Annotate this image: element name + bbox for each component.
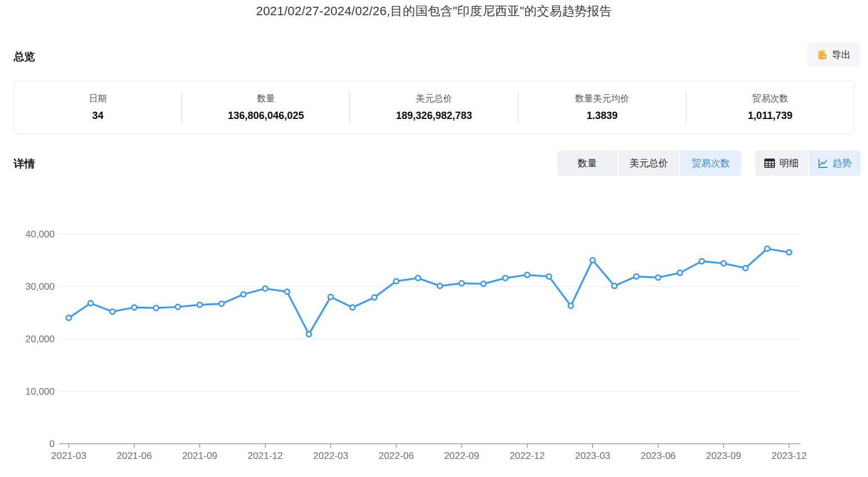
tab-trend-view[interactable]: 趋势 [809, 151, 861, 176]
x-tick-label: 2023-12 [772, 450, 807, 461]
page-title: 2021/02/27-2024/02/26,目的国包含"印度尼西亚"的交易趋势报… [0, 3, 868, 20]
data-point-marker[interactable] [197, 302, 202, 307]
trend-chart: 010,00020,00030,00040,0002021-032021-062… [0, 0, 868, 477]
stat-avg-price: 数量美元均价 1.3839 [519, 81, 686, 134]
x-tick-label: 2023-06 [640, 450, 675, 461]
data-point-marker[interactable] [590, 258, 595, 263]
data-point-marker[interactable] [437, 284, 442, 289]
trend-chart-svg: 010,00020,00030,00040,0002021-032021-062… [0, 0, 868, 477]
data-point-marker[interactable] [677, 270, 683, 275]
stat-usd-total: 美元总价 189,326,982,783 [350, 81, 517, 134]
data-point-marker[interactable] [459, 281, 464, 286]
stat-value: 136,806,046,025 [228, 110, 304, 122]
data-point-marker[interactable] [656, 275, 661, 280]
data-point-marker[interactable] [503, 276, 508, 281]
data-point-marker[interactable] [721, 261, 726, 266]
data-point-marker[interactable] [263, 286, 268, 291]
export-button[interactable]: 导出 [807, 42, 860, 67]
x-tick-label: 2021-12 [247, 450, 282, 461]
stat-label: 日期 [89, 93, 107, 105]
stat-value: 1,011,739 [748, 110, 792, 122]
stat-date: 日期 34 [14, 81, 181, 134]
stat-trade-count: 贸易次数 1,011,739 [687, 81, 854, 134]
tab-detail-view[interactable]: 明细 [755, 151, 808, 176]
table-icon [764, 158, 775, 168]
data-point-marker[interactable] [394, 279, 399, 284]
data-point-marker[interactable] [88, 301, 93, 306]
x-tick-label: 2022-12 [510, 450, 544, 461]
data-point-marker[interactable] [743, 266, 748, 271]
y-tick-label: 10,000 [25, 386, 55, 397]
data-point-marker[interactable] [699, 259, 705, 264]
data-point-marker[interactable] [285, 289, 290, 294]
data-point-marker[interactable] [787, 250, 792, 255]
x-tick-label: 2023-09 [706, 450, 741, 461]
data-point-marker[interactable] [765, 246, 770, 251]
data-point-marker[interactable] [307, 332, 312, 337]
data-point-marker[interactable] [568, 303, 573, 308]
x-tick-label: 2022-06 [379, 450, 414, 461]
data-point-marker[interactable] [525, 272, 530, 277]
report-page: 2021/02/27-2024/02/26,目的国包含"印度尼西亚"的交易趋势报… [0, 0, 868, 477]
data-point-marker[interactable] [481, 281, 486, 286]
data-point-marker[interactable] [67, 315, 72, 320]
export-button-label: 导出 [832, 48, 851, 61]
data-point-marker[interactable] [350, 305, 355, 310]
metric-tab-group: 数量 美元总价 贸易次数 [557, 151, 741, 176]
overview-heading: 总览 [14, 50, 35, 64]
data-point-marker[interactable] [634, 274, 639, 279]
line-chart-icon [818, 158, 828, 169]
y-tick-label: 40,000 [25, 229, 55, 240]
overview-stats-card: 日期 34 数量 136,806,046,025 美元总价 189,326,98… [14, 81, 854, 134]
stat-value: 1.3839 [587, 110, 618, 122]
y-tick-label: 30,000 [25, 281, 55, 292]
tab-trend-label: 趋势 [832, 157, 852, 170]
stat-label: 贸易次数 [752, 93, 788, 105]
tab-detail-label: 明细 [780, 157, 799, 170]
data-point-marker[interactable] [241, 292, 246, 297]
y-tick-label: 20,000 [25, 334, 55, 344]
stat-quantity: 数量 136,806,046,025 [182, 81, 349, 134]
x-tick-label: 2023-03 [575, 450, 610, 461]
x-tick-label: 2021-03 [51, 450, 86, 461]
stat-label: 数量美元均价 [575, 93, 629, 105]
x-tick-label: 2021-06 [117, 450, 152, 461]
tab-usd-total[interactable]: 美元总价 [618, 151, 679, 176]
stat-label: 数量 [257, 93, 275, 105]
y-tick-label: 0 [50, 439, 55, 449]
data-point-marker[interactable] [110, 309, 115, 314]
data-point-marker[interactable] [154, 306, 159, 311]
x-tick-label: 2022-09 [444, 450, 479, 461]
stat-value: 189,326,982,783 [396, 110, 472, 122]
stat-label: 美元总价 [416, 93, 452, 105]
data-point-marker[interactable] [372, 295, 377, 300]
data-point-marker[interactable] [219, 301, 224, 306]
data-point-marker[interactable] [132, 305, 137, 310]
tab-quantity[interactable]: 数量 [557, 151, 617, 176]
data-point-marker[interactable] [415, 276, 420, 281]
x-tick-label: 2021-09 [182, 450, 217, 461]
data-point-marker[interactable] [547, 274, 552, 279]
tab-trade-count[interactable]: 贸易次数 [680, 151, 741, 176]
x-tick-label: 2022-03 [313, 450, 348, 461]
data-point-marker[interactable] [328, 294, 333, 299]
trend-line [69, 249, 789, 334]
export-icon [817, 49, 828, 60]
details-heading: 详情 [14, 157, 35, 171]
view-tab-group: 明细 趋势 [755, 151, 861, 176]
data-point-marker[interactable] [175, 304, 180, 310]
data-point-marker[interactable] [612, 284, 617, 289]
stat-value: 34 [92, 110, 104, 122]
